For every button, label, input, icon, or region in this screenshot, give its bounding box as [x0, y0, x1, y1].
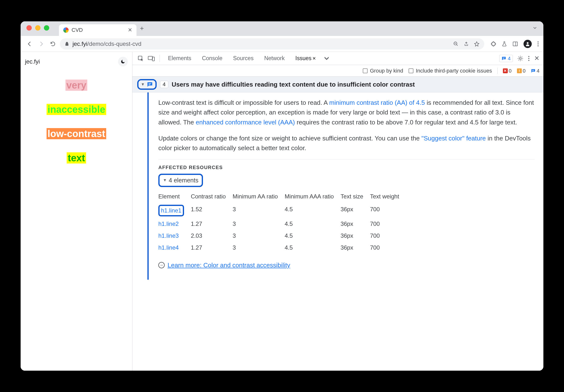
lock-icon: [65, 42, 69, 46]
col-aaa: Minimum AAA ratio: [285, 190, 341, 203]
svg-point-13: [528, 58, 529, 59]
svg-rect-7: [148, 56, 152, 60]
tab-title: CVD: [71, 27, 83, 33]
extensions-area: [491, 40, 539, 48]
issue-paragraph-1: Low-contrast text is difficult or imposs…: [158, 98, 535, 127]
affected-elements-table: Element Contrast ratio Minimum AA ratio …: [158, 190, 406, 253]
issue-title: Users may have difficulties reading text…: [172, 81, 415, 88]
element-link[interactable]: h1.line2: [158, 221, 179, 227]
sample-line-1: very: [66, 80, 87, 91]
forward-button[interactable]: [37, 39, 46, 49]
tabs-dropdown-button[interactable]: [532, 25, 537, 30]
devtools-panel: Elements Console Sources Network Issues✕…: [132, 52, 543, 371]
svg-rect-18: [148, 84, 150, 85]
zoom-icon[interactable]: [453, 41, 458, 47]
profile-avatar[interactable]: [523, 40, 532, 48]
bookmark-icon[interactable]: [474, 41, 479, 47]
issue-expand-toggle[interactable]: ▼: [137, 79, 157, 90]
affected-resources-label: AFFECTED RESOURCES: [158, 159, 535, 171]
devtools-close-button[interactable]: ✕: [534, 55, 539, 62]
back-button[interactable]: [25, 39, 34, 49]
browser-tab[interactable]: CVD ✕: [59, 24, 137, 36]
maximize-window-button[interactable]: [44, 25, 49, 30]
issues-count-badge[interactable]: 4: [499, 55, 513, 62]
element-link[interactable]: h1.line1: [161, 207, 181, 214]
error-count: ✕0: [503, 68, 512, 74]
svg-point-11: [519, 57, 521, 59]
devtools-tabbar: Elements Console Sources Network Issues✕…: [132, 52, 543, 65]
new-tab-button[interactable]: +: [140, 25, 144, 32]
address-bar[interactable]: jec.fyi/demo/cds-quest-cvd: [60, 38, 484, 49]
chrome-menu-button[interactable]: [537, 41, 539, 47]
close-window-button[interactable]: [27, 25, 32, 30]
col-element: Element: [158, 190, 191, 203]
tab-issues[interactable]: Issues✕: [291, 52, 320, 65]
browser-window: CVD ✕ + jec.fyi/demo/cds-quest-cvd: [21, 21, 543, 371]
tab-close-button[interactable]: ✕: [128, 27, 132, 33]
table-row: h1.line32.0334.536px700: [158, 230, 406, 242]
devtools-settings-button[interactable]: [517, 55, 523, 62]
reload-button[interactable]: [48, 39, 57, 49]
sample-line-3: low-contrast: [47, 128, 106, 139]
svg-point-12: [528, 56, 529, 57]
window-controls: [27, 25, 49, 30]
element-link[interactable]: h1.line3: [158, 232, 179, 239]
svg-rect-9: [503, 57, 505, 58]
svg-point-2: [527, 42, 528, 44]
issue-paragraph-2: Update colors or change the font size or…: [158, 133, 535, 153]
elements-expand-toggle[interactable]: ▼ 4 elements: [158, 174, 203, 187]
issue-kind-icon: [147, 81, 153, 88]
svg-rect-17: [148, 84, 151, 84]
theme-toggle-button[interactable]: [118, 57, 128, 67]
tab-elements[interactable]: Elements: [164, 52, 196, 65]
site-label: jec.fyi: [25, 58, 40, 65]
table-row: h1.line41.2734.536px700: [158, 242, 406, 253]
table-row: h1.line11.5234.536px700: [158, 203, 406, 218]
titlebar: CVD ✕ +: [21, 21, 543, 36]
share-icon[interactable]: [464, 41, 469, 47]
issue-body: Low-contrast text is difficult or imposs…: [132, 92, 543, 280]
chevron-down-icon: ▼: [163, 177, 167, 183]
sample-line-4: text: [67, 152, 86, 164]
col-aa: Minimum AA ratio: [233, 190, 285, 203]
sample-line-2: inaccessible: [47, 104, 106, 115]
element-link[interactable]: h1.line4: [158, 244, 179, 251]
labs-icon[interactable]: [502, 41, 507, 47]
tab-sources[interactable]: Sources: [229, 52, 258, 65]
more-tabs-button[interactable]: [322, 54, 331, 63]
omnibox-actions: [453, 41, 479, 47]
tab-issues-close[interactable]: ✕: [312, 56, 316, 61]
learn-more-link[interactable]: → Learn more: Color and contrast accessi…: [158, 260, 535, 270]
link-min-contrast[interactable]: minimum contrast ratio (AA) of 4.5: [329, 99, 425, 106]
svg-rect-10: [503, 58, 504, 59]
link-enhanced-level[interactable]: enhanced conformance level (AAA): [196, 119, 295, 126]
tab-favicon-icon: [63, 28, 69, 33]
svg-rect-1: [513, 42, 517, 46]
inspect-element-button[interactable]: [136, 54, 145, 63]
svg-point-3: [537, 41, 538, 42]
tab-console[interactable]: Console: [198, 52, 227, 65]
sidepanel-icon[interactable]: [512, 41, 518, 47]
issue-header[interactable]: ▼ 4 Users may have difficulties reading …: [132, 77, 543, 92]
content-area: jec.fyi very inaccessible low-contrast t…: [21, 52, 543, 371]
svg-point-4: [537, 43, 538, 44]
svg-rect-15: [532, 70, 534, 70]
table-row: h1.line21.2734.536px700: [158, 218, 406, 230]
tab-network[interactable]: Network: [260, 52, 289, 65]
link-suggest-color[interactable]: "Suggest color" feature: [421, 135, 486, 142]
issues-list: ▼ 4 Users may have difficulties reading …: [132, 77, 543, 371]
device-toolbar-button[interactable]: [147, 54, 156, 63]
browser-toolbar: jec.fyi/demo/cds-quest-cvd: [21, 36, 543, 52]
svg-point-5: [537, 45, 538, 46]
chevron-down-icon: ▼: [141, 82, 145, 87]
warning-count: !0: [517, 68, 526, 74]
extensions-icon[interactable]: [491, 41, 496, 47]
minimize-window-button[interactable]: [35, 25, 41, 30]
issue-count-box: 4: [160, 81, 168, 88]
devtools-menu-button[interactable]: [528, 56, 530, 61]
third-party-checkbox[interactable]: Include third-party cookie issues: [409, 68, 492, 74]
svg-rect-16: [532, 70, 534, 71]
svg-point-14: [528, 60, 529, 61]
group-by-kind-checkbox[interactable]: Group by kind: [363, 68, 403, 74]
issues-toolbar: Group by kind Include third-party cookie…: [132, 65, 543, 77]
